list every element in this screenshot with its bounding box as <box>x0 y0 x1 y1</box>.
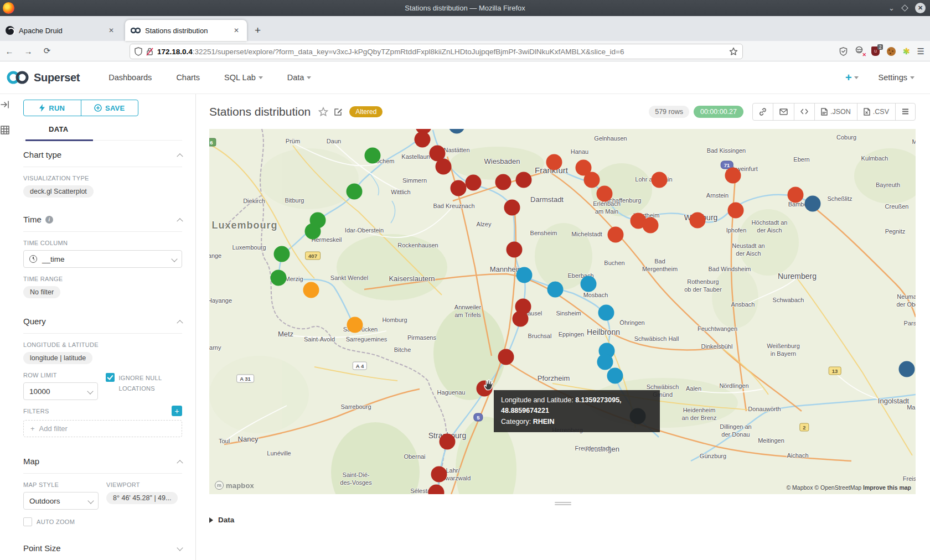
station-dot[interactable] <box>516 172 532 188</box>
nav-charts[interactable]: Charts <box>176 73 200 82</box>
favorite-star-icon[interactable] <box>318 107 328 117</box>
bookmark-star-icon[interactable] <box>729 47 738 56</box>
station-dot[interactable] <box>415 132 431 148</box>
section-chart-type[interactable]: Chart type <box>23 141 182 167</box>
station-dot[interactable] <box>788 187 804 203</box>
window-minimize-icon[interactable]: ⌄ <box>888 4 895 12</box>
station-dot[interactable] <box>440 434 456 450</box>
station-dot[interactable] <box>652 172 668 188</box>
collapse-panel-icon[interactable] <box>0 100 10 110</box>
station-dot[interactable] <box>805 196 821 212</box>
export-json-button[interactable]: .JSON <box>815 103 857 120</box>
station-dot[interactable] <box>274 246 290 262</box>
url-bar[interactable]: 172.18.0.4:32251/superset/explore/?form_… <box>130 44 743 59</box>
forward-icon[interactable]: → <box>19 46 38 56</box>
station-dot[interactable] <box>899 361 915 377</box>
tracking-shield-icon[interactable] <box>135 47 142 56</box>
section-time[interactable]: Timei <box>23 205 182 232</box>
add-new-button[interactable]: + <box>845 71 859 84</box>
export-csv-button[interactable]: .CSV <box>857 103 896 120</box>
run-button[interactable]: RUN <box>24 100 81 116</box>
deckgl-map[interactable]: PrümDaunCochemKastellaunNastättenWiesbad… <box>209 129 916 494</box>
section-query[interactable]: Query <box>23 307 182 334</box>
section-map[interactable]: Map <box>23 447 182 474</box>
time-range-value[interactable]: No filter <box>23 286 60 298</box>
station-dot[interactable] <box>271 270 287 286</box>
station-dot[interactable] <box>547 282 564 298</box>
edit-properties-icon[interactable] <box>334 107 343 116</box>
tab-close-icon[interactable]: ✕ <box>106 25 116 35</box>
embed-code-button[interactable] <box>794 103 815 120</box>
station-dot[interactable] <box>690 212 706 229</box>
station-dot[interactable] <box>516 267 533 283</box>
station-dot[interactable] <box>546 154 562 170</box>
station-dot[interactable] <box>513 311 529 327</box>
station-dot[interactable] <box>607 368 623 384</box>
adblock-shield-icon[interactable]: u 2 <box>871 46 880 56</box>
station-dot[interactable] <box>498 349 514 365</box>
map-attribution[interactable]: © Mapbox © OpenStreetMap Improve this ma… <box>786 484 911 491</box>
cookie-extension-icon[interactable] <box>887 47 896 56</box>
reload-icon[interactable]: ⟳ <box>38 46 56 56</box>
tab-stations-distribution[interactable]: Stations distribution ✕ <box>125 20 247 41</box>
station-dot[interactable] <box>584 172 600 188</box>
station-dot[interactable] <box>431 466 447 483</box>
section-point-size[interactable]: Point Size <box>23 534 182 560</box>
station-dot[interactable] <box>436 159 452 175</box>
browser-menu-icon[interactable]: ☰ <box>917 46 924 56</box>
station-dot[interactable] <box>466 175 482 191</box>
privacy-mask-icon[interactable]: ✕ <box>855 46 864 56</box>
station-dot[interactable] <box>347 317 363 333</box>
station-dot[interactable] <box>365 148 381 164</box>
ignore-null-checkbox[interactable] <box>106 373 115 382</box>
pane-resize-handle[interactable] <box>555 501 571 506</box>
map-style-select[interactable]: Outdoors <box>23 492 99 510</box>
station-dot[interactable] <box>581 276 597 292</box>
station-dot[interactable] <box>608 227 624 243</box>
viewport-value[interactable]: 8° 46' 45.28" | 49... <box>106 492 178 504</box>
station-dot[interactable] <box>597 354 613 370</box>
add-filter-box[interactable]: +Add filter <box>23 420 182 437</box>
data-section-toggle[interactable]: Data <box>209 516 234 524</box>
settings-menu[interactable]: Settings <box>879 73 914 82</box>
email-button[interactable] <box>773 103 794 120</box>
nav-sql-lab[interactable]: SQL Lab <box>224 73 263 82</box>
nav-data[interactable]: Data <box>287 73 312 82</box>
window-maximize-icon[interactable] <box>901 4 908 12</box>
viz-type-value[interactable]: deck.gl Scatterplot <box>23 185 94 198</box>
share-link-button[interactable] <box>753 103 773 120</box>
station-dot[interactable] <box>347 184 363 200</box>
back-icon[interactable]: ← <box>0 46 19 56</box>
time-column-select[interactable]: __time <box>23 250 182 268</box>
lonlat-value[interactable]: longitude | latitude <box>23 352 92 364</box>
station-dot[interactable] <box>507 242 523 258</box>
station-dot[interactable] <box>303 282 319 298</box>
row-limit-select[interactable]: 10000 <box>23 382 98 400</box>
colorful-extension-icon[interactable]: ✱ <box>903 46 910 56</box>
station-dot[interactable] <box>597 186 613 202</box>
station-dot[interactable] <box>504 200 520 216</box>
insecure-lock-icon[interactable] <box>146 47 154 56</box>
new-tab-button[interactable]: + <box>255 24 261 37</box>
add-filter-plus-button[interactable]: + <box>172 406 182 416</box>
station-dot[interactable] <box>725 168 741 184</box>
station-dot[interactable] <box>305 224 321 240</box>
station-dot[interactable] <box>728 203 744 219</box>
station-dot[interactable] <box>451 180 467 196</box>
station-dot[interactable] <box>598 305 614 321</box>
window-close-icon[interactable]: ✕ <box>915 3 926 13</box>
superset-brand[interactable]: Superset <box>6 70 80 85</box>
mapbox-logo[interactable]: m mapbox <box>215 481 254 490</box>
station-dot[interactable] <box>495 174 512 190</box>
auto-zoom-checkbox[interactable] <box>23 517 32 526</box>
tab-data[interactable]: DATA <box>49 125 68 133</box>
tab-apache-druid[interactable]: Apache Druid ✕ <box>0 20 122 41</box>
pocket-shield-icon[interactable] <box>839 47 848 56</box>
station-dot[interactable] <box>643 217 659 234</box>
tab-close-icon[interactable]: ✕ <box>231 25 241 35</box>
dataset-grid-icon[interactable] <box>0 125 10 135</box>
save-button[interactable]: SAVE <box>81 100 138 116</box>
chevron-up-icon <box>177 460 183 466</box>
nav-dashboards[interactable]: Dashboards <box>108 73 152 82</box>
chart-menu-button[interactable] <box>896 103 915 120</box>
